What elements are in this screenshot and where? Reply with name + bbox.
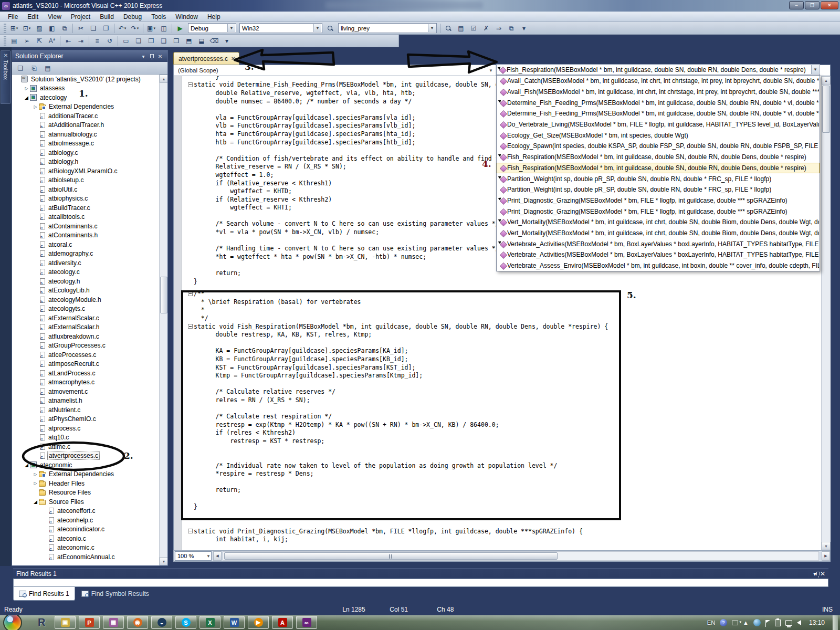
properties-icon[interactable]: ❏ [15, 63, 26, 74]
tree-item-ateconomic[interactable]: ◢ateconomic [12, 460, 167, 470]
menu-file[interactable]: File [3, 12, 23, 22]
tree-item-atexternalscalar-c[interactable]: atExternalScalar.c [12, 313, 167, 323]
skype-icon[interactable]: S [175, 616, 196, 629]
word-icon[interactable]: W [224, 616, 245, 629]
tree-item-atecology[interactable]: ◢atecology [12, 93, 167, 102]
tree-item-atnamelist-h[interactable]: atnamelist.h [12, 396, 167, 406]
action-center-flag-icon[interactable] [765, 620, 770, 623]
toolbox-icon[interactable]: ✗ [480, 23, 492, 34]
uncomment-icon[interactable]: ↺ [104, 36, 116, 46]
visual-studio-icon[interactable]: ∞ [296, 616, 317, 629]
tree-item-additionaltracer-c[interactable]: additionalTracer.c [12, 111, 167, 121]
new-window-icon[interactable]: ⧉ [506, 23, 517, 34]
copy-icon[interactable]: ❏ [88, 23, 99, 34]
prev-bookmark-folder-icon[interactable]: ❑ [158, 36, 170, 46]
tree-item-atbiolsetup-c[interactable]: atbiolsetup.c [12, 176, 167, 185]
tree-item-atcoral-c[interactable]: atcoral.c [12, 240, 167, 249]
start-button[interactable] [3, 615, 22, 630]
taskbar-clock[interactable]: 13:10 [809, 619, 825, 626]
member-item[interactable]: Fish_Respiration(MSEBoxModel * bm, int g… [497, 152, 820, 163]
tree-item-atmacrophytes-c[interactable]: atmacrophytes.c [12, 378, 167, 387]
save-icon[interactable]: ◧ [46, 23, 58, 34]
solution-tree-scrollbar[interactable]: ▲ ▼ [159, 75, 167, 565]
member-item[interactable]: Partition_Weight(int sp, double pR_SP, d… [497, 184, 820, 195]
close-icon[interactable]: ✕ [156, 54, 164, 59]
tree-item-atmovement-c[interactable]: atmovement.c [12, 387, 167, 396]
member-item[interactable]: Vertebrate_Activities(MSEBoxModel * bm, … [497, 249, 820, 260]
excel-icon[interactable]: X [200, 616, 220, 629]
tree-item-atvertprocesses-c[interactable]: atvertprocesses.c [12, 452, 167, 461]
toolbar-grip[interactable] [4, 24, 6, 33]
clear-bookmarks-icon[interactable]: ⌫ [208, 36, 220, 46]
start-debugging-icon[interactable]: ▶ [174, 23, 186, 34]
expander-collapsed-icon[interactable]: ▷ [32, 472, 39, 477]
debug-configuration-combo[interactable]: Debug▼ [188, 23, 236, 33]
restore-window-icon[interactable] [732, 621, 738, 625]
tree-item-solution-atlantis-vs2010-12-projects-[interactable]: Solution 'atlantis_VS2010' (12 projects) [12, 75, 167, 84]
scrollbar-thumb[interactable] [160, 277, 167, 313]
select-tool-icon[interactable]: ⇱ [34, 36, 45, 46]
decrease-indent-icon[interactable]: ⇤ [62, 36, 74, 46]
goto-definition-icon[interactable]: ➢ [21, 36, 33, 46]
prev-bookmark-icon[interactable]: ❏ [133, 36, 144, 46]
show-all-files-icon[interactable]: ⎗ [28, 63, 40, 74]
cut-icon[interactable]: ✂ [75, 23, 87, 34]
tray-expand-icon[interactable]: ▲ [743, 620, 749, 626]
tree-item-atnutrient-c[interactable]: atNutrient.c [12, 405, 167, 415]
volume-icon[interactable] [797, 620, 801, 625]
scrollbar-thumb[interactable] [822, 86, 830, 133]
tree-item-atbiolmessage-c[interactable]: atbiolmessage.c [12, 139, 167, 149]
member-item[interactable]: Vert_Mortality(MSEBoxModel * bm, int gui… [497, 217, 820, 228]
image-editor-icon[interactable]: ▦ [103, 616, 124, 629]
next-bookmark-doc-icon[interactable]: ⬓ [196, 36, 207, 46]
member-item[interactable]: Vertebrate_Assess_Enviro(MSEBoxModel * b… [497, 260, 820, 271]
tree-item-atimposerecruit-c[interactable]: atImposeRecruit.c [12, 360, 167, 369]
member-combo[interactable]: Fish_Respiration(MSEBoxModel * bm, int g… [496, 64, 820, 75]
scroll-right-icon[interactable]: ▶ [822, 551, 830, 561]
language-indicator[interactable]: EN [707, 620, 715, 626]
fold-collapse-icon[interactable] [186, 324, 194, 329]
tree-item-atexternalscalar-h[interactable]: atExternalScalar.h [12, 323, 167, 332]
find-results-content[interactable] [13, 579, 828, 587]
adobe-reader-icon[interactable]: A [272, 616, 293, 629]
tree-item-atecologymodule-h[interactable]: atecologyModule.h [12, 295, 167, 304]
fold-collapse-icon[interactable] [186, 82, 194, 87]
scroll-up-icon[interactable]: ▲ [160, 75, 167, 83]
member-item[interactable]: Fish_Respiration(MSEBoxModel * bm, int g… [497, 163, 820, 174]
comment-icon[interactable]: ≡ [91, 36, 103, 46]
tree-item-atq10-c[interactable]: atq10.c [12, 433, 167, 443]
restore-button[interactable]: ❐ [805, 1, 820, 9]
document-tab[interactable]: atvertprocesses.c ✕ [173, 52, 239, 65]
tree-item-atassess[interactable]: ▷atassess [12, 84, 167, 93]
firefox-icon[interactable]: ◉ [127, 616, 148, 629]
tree-item-atbiolutil-c[interactable]: atbiolUtil.c [12, 185, 167, 194]
tree-item-atprocess-c[interactable]: atprocess.c [12, 424, 167, 433]
tree-item-atphyschemio-c[interactable]: atPhysChemIO.c [12, 415, 167, 424]
platform-combo[interactable]: Win32▼ [239, 23, 322, 33]
member-item[interactable]: Determine_Fish_Feeding_Prms(MSEBoxModel … [497, 108, 820, 119]
editor-vertical-scrollbar[interactable]: ▲ ▼ [821, 76, 831, 550]
menu-project[interactable]: Project [66, 12, 95, 22]
menu-window[interactable]: Window [171, 12, 203, 22]
window-list-icon[interactable]: ◫ [158, 23, 170, 34]
display-objects-icon[interactable]: ▤ [8, 36, 20, 46]
tree-item-resource-files[interactable]: Resource Files [12, 488, 167, 498]
tree-item-atadditionaltracer-h[interactable]: atAdditionalTracer.h [12, 121, 167, 130]
tree-item-external-dependencies[interactable]: ▷External Dependencies [12, 102, 167, 112]
tree-item-atcalibtools-c[interactable]: atcalibtools.c [12, 213, 167, 222]
clipboard-icon[interactable] [775, 620, 781, 626]
tree-item-source-files[interactable]: ◢Source Files [12, 497, 167, 507]
scroll-up-icon[interactable]: ▲ [822, 76, 831, 85]
expander-collapsed-icon[interactable]: ▷ [23, 86, 30, 91]
menu-build[interactable]: Build [95, 12, 119, 22]
member-item[interactable]: Ecology_Spawn(int species, double KSPA_S… [497, 141, 820, 152]
auto-hide-pin-icon[interactable] [148, 54, 156, 59]
tree-item-ateconhelp-c[interactable]: ateconhelp.c [12, 516, 167, 525]
member-item[interactable]: Print_Diagnostic_Grazing(MSEBoxModel * b… [497, 206, 820, 217]
scroll-left-icon[interactable]: ◀ [213, 551, 222, 561]
increase-indent-icon[interactable]: ⇥ [75, 36, 87, 46]
member-item[interactable]: Determine_Fish_Feeding_Prms(MSEBoxModel … [497, 97, 820, 108]
menu-view[interactable]: View [43, 12, 66, 22]
show-desktop-button[interactable] [833, 615, 838, 630]
tree-item-ateconomicannual-c[interactable]: atEconomicAnnual.c [12, 552, 167, 562]
